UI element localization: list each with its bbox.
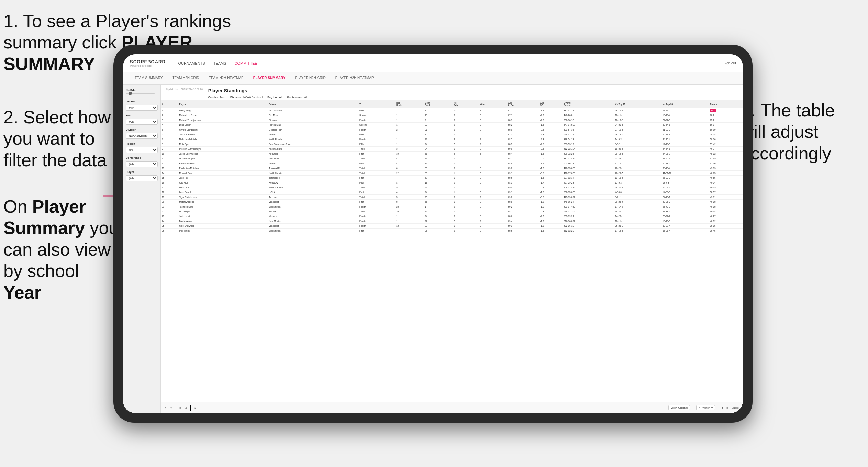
app-logo: SCOREBOARD Powered by clippi xyxy=(130,59,166,67)
table-row: 14Maxwell FordNorth CarolinaThird2269106… xyxy=(161,171,743,176)
sidebar-filters: No Rds. Gender Men Year xyxy=(123,85,161,413)
table-header-row: # Player School Yr RegRank ConfRank No.R… xyxy=(161,100,743,108)
division-filter: Division NCAA Division I xyxy=(126,128,158,139)
table-row: 17David FordNorth CarolinaThird9470069.0… xyxy=(161,185,743,190)
download-icon[interactable]: ⬇ xyxy=(721,406,724,409)
sub-nav-player-h2h-heatmap[interactable]: PLAYER H2H HEATMAP xyxy=(331,72,379,84)
table-row: 12Brendan ValdesAuburnFifth4770068.4-1.1… xyxy=(161,161,743,166)
table-row: 5Christo LamprechtGeorgia TechFourth2210… xyxy=(161,127,743,132)
nav-right: | Sign out xyxy=(719,61,736,65)
table-row: 1Wenyi DingArizona StateFirst1115167.1-3… xyxy=(161,108,743,113)
redo-icon[interactable]: ↪ xyxy=(170,406,173,409)
instruction-bottom: On Player Summary you can also view by s… xyxy=(3,196,120,303)
division-filter-display: Division: NCAA Division I xyxy=(230,96,263,99)
year-select[interactable]: (All) xyxy=(126,119,158,125)
col-no-rds: No.Rds. xyxy=(453,100,479,108)
region-label: Region xyxy=(126,142,158,145)
gender-filter-label: Gender: xyxy=(208,96,219,99)
col-vs-top50: Vs Top 50 xyxy=(661,100,709,108)
sub-nav-team-summary[interactable]: TEAM SUMMARY xyxy=(130,72,168,84)
table-row: 8Mats EgeEast Tennessee StateFifth124226… xyxy=(161,142,743,147)
toolbar-sep4: | xyxy=(718,406,719,409)
tablet-screen: SCOREBOARD Powered by clippi TOURNAMENTS… xyxy=(123,54,743,413)
conference-label: Conference xyxy=(126,156,158,159)
nav-teams[interactable]: TEAMS xyxy=(213,60,226,67)
region-filter: Region N/A xyxy=(126,142,158,153)
sub-nav-team-h2h-grid[interactable]: TEAM H2H GRID xyxy=(168,72,204,84)
sign-out-link[interactable]: Sign out xyxy=(723,61,736,65)
year-filter: Year (All) xyxy=(126,114,158,125)
share-label: Share xyxy=(732,406,739,409)
conference-select[interactable]: (All) xyxy=(126,161,158,167)
division-select[interactable]: NCAA Division I xyxy=(126,133,158,139)
chevron-down-icon: ▾ xyxy=(711,406,713,409)
tablet-outer: SCOREBOARD Powered by clippi TOURNAMENTS… xyxy=(113,45,753,423)
watch-label: Watch xyxy=(702,406,710,409)
gender-filter: Gender Men xyxy=(126,100,158,111)
table-row: 15Jake HallTennesseeFifth7681068.6-1.537… xyxy=(161,176,743,180)
col-num: # xyxy=(161,100,178,108)
conference-filter: Conference (All) xyxy=(126,156,158,167)
table-row: 25Cole SherwoodVanderbiltFourth12231069.… xyxy=(161,224,743,229)
year-label: Year xyxy=(126,114,158,117)
table-body: 1Wenyi DingArizona StateFirst1115167.1-3… xyxy=(161,108,743,233)
gender-label: Gender xyxy=(126,100,158,103)
app-nav: SCOREBOARD Powered by clippi TOURNAMENTS… xyxy=(123,54,743,72)
region-filter-value: All xyxy=(279,96,282,99)
region-filter-label: Region: xyxy=(267,96,278,99)
share-button[interactable]: Share xyxy=(732,406,739,409)
table-row: 6Jackson KoivunAuburnFirst270067.3-2.867… xyxy=(161,132,743,137)
sub-nav: TEAM SUMMARY TEAM H2H GRID TEAM H2H HEAT… xyxy=(123,72,743,85)
watch-button[interactable]: 👁 Watch ▾ xyxy=(696,405,715,410)
region-select[interactable]: N/A xyxy=(126,147,158,153)
table-row: 19Tiger ChristensenArizonaThird5230269.2… xyxy=(161,195,743,200)
table-row: 3Michael ThorbjornsenStanfordFourth12006… xyxy=(161,118,743,123)
view-original-button[interactable]: View: Original xyxy=(668,405,690,410)
division-filter-label: Division: xyxy=(230,96,242,99)
no-rds-label: No Rds. xyxy=(126,89,158,92)
nav-separator: | xyxy=(719,61,720,65)
conference-filter-value: All xyxy=(304,96,308,99)
table-row: 23Jack LundinMissouriFourth11240068.6-2.… xyxy=(161,214,743,219)
col-wins: Wins xyxy=(479,100,507,108)
col-avg-sg: AvgSG xyxy=(539,100,563,108)
no-rds-slider[interactable] xyxy=(126,93,155,94)
col-school: School xyxy=(268,100,359,108)
gender-select[interactable]: Men xyxy=(126,105,158,111)
division-filter-value: NCAA Division I xyxy=(243,96,263,99)
conference-filter-display: Conference: All xyxy=(287,96,308,99)
sub-nav-player-h2h-grid[interactable]: PLAYER H2H GRID xyxy=(290,72,331,84)
nav-links: TOURNAMENTS TEAMS COMMITTEE xyxy=(176,60,719,67)
logo-sub: Powered by clippi xyxy=(130,64,166,67)
table-row: 13Phichakon MaichonTexas A&MThird6300069… xyxy=(161,166,743,171)
table-row: 7Nicholas GabrielisNorth FloridaFourth12… xyxy=(161,137,743,142)
player-filter: Player (All) xyxy=(126,170,158,181)
clock-icon[interactable]: ⏱ xyxy=(194,406,197,409)
instruction-step2: 2. Select how you want to filter the dat… xyxy=(3,107,113,171)
toolbar-sep3: | xyxy=(693,406,693,409)
toolbar-sep1: | xyxy=(175,405,177,411)
panel-header: Update time: 27/03/2024 16:56:26 Player … xyxy=(161,85,743,100)
player-label: Player xyxy=(126,170,158,174)
grid-icon[interactable]: ⊞ xyxy=(726,406,729,409)
table-row: 20Matthew RiedelVanderbiltFifth8651068.8… xyxy=(161,200,743,204)
instruction-step2-text: 2. Select how you want to filter the dat… xyxy=(3,107,111,170)
undo-icon[interactable]: ↩ xyxy=(165,406,167,409)
table-row: 9Preston SummerhaysArizona StateThird324… xyxy=(161,147,743,152)
player-select[interactable]: (All) xyxy=(126,175,158,181)
nav-tournaments[interactable]: TOURNAMENTS xyxy=(176,60,205,67)
main-content: No Rds. Gender Men Year xyxy=(123,85,743,413)
nav-committee[interactable]: COMMITTEE xyxy=(235,60,257,67)
paste-icon[interactable]: ⊟ xyxy=(185,406,187,409)
table-row: 26Petr HrubyWashingtonFifth7250068.6-1.6… xyxy=(161,229,743,233)
copy-icon[interactable]: ⊞ xyxy=(179,406,182,409)
table-row: 16Alex GoffKentuckyFifth8190068.3-1.7467… xyxy=(161,180,743,185)
table-row: 2Michael Le SassoOle MissSecond1180067.1… xyxy=(161,113,743,118)
sub-nav-team-h2h-heatmap[interactable]: TEAM H2H HEATMAP xyxy=(204,72,248,84)
table-row: 22Ian GilliganFloridaThird10241068.7-0.8… xyxy=(161,209,743,214)
table-row: 24Bastien AmatNew MexicoFourth1272269.4-… xyxy=(161,219,743,224)
table-row: 21Taehoon SongWashingtonFourth2310069.2-… xyxy=(161,204,743,209)
panel-title: Player Standings xyxy=(208,88,737,93)
sub-nav-player-summary[interactable]: PLAYER SUMMARY xyxy=(248,72,290,84)
instruction-step3: 3. The table will adjust accordingly xyxy=(741,100,858,164)
